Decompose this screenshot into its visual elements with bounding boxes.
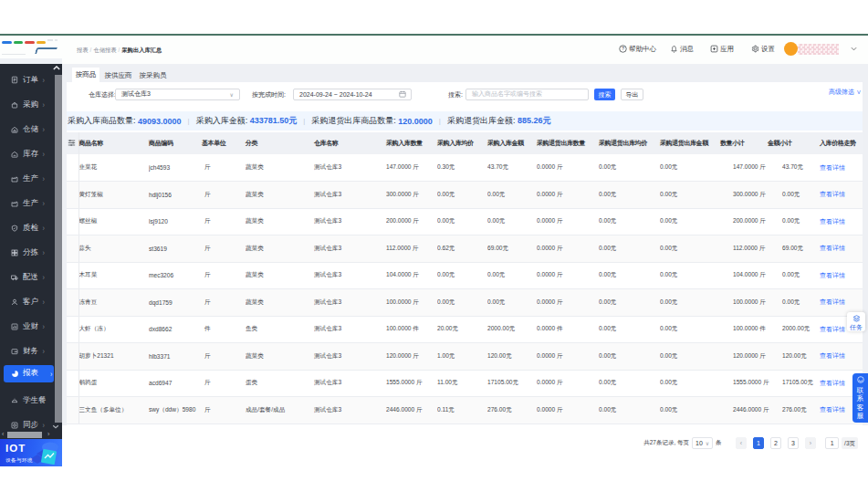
svg-text:?: ? xyxy=(622,46,624,51)
